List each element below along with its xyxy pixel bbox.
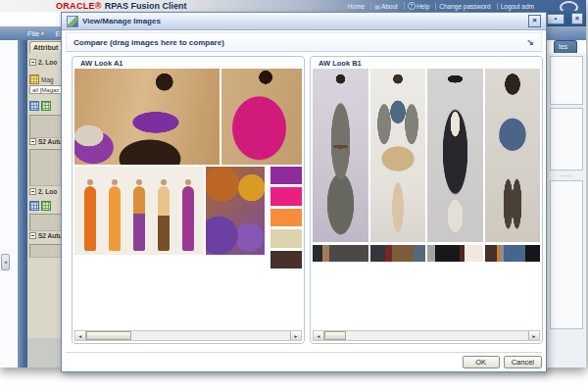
cancel-button[interactable]: Cancel [504, 356, 542, 368]
scroll-right-icon: ▸ [295, 333, 298, 339]
background-box [550, 108, 583, 171]
dialog-footer: OK Cancel [66, 352, 542, 368]
palette-segment [465, 245, 482, 262]
palette-segment [414, 245, 425, 262]
scroll-left-button[interactable]: ◂ [75, 331, 86, 340]
scrollbar-track[interactable] [324, 331, 528, 340]
workbook-close-button[interactable]: × [571, 13, 583, 24]
menu-arrow-icon: ▾ [41, 30, 44, 36]
look-panel-a1[interactable]: AW Look A1 [72, 56, 305, 344]
sidebar-measure-row: Mag [29, 74, 54, 84]
grip-dots [561, 174, 572, 177]
look-label: AW Look B1 [318, 59, 362, 68]
close-icon: × [575, 14, 579, 23]
left-splitter-rail: ◄ [0, 40, 19, 368]
palette-segment [435, 245, 460, 262]
chart-view-icon[interactable] [41, 201, 51, 211]
sidebar-toolbar [29, 101, 51, 111]
oracle-wordmark: ORACLE® [56, 1, 102, 11]
scroll-right-button[interactable]: ▸ [290, 331, 301, 340]
palette-swatch [270, 187, 302, 205]
help-icon: ? [408, 2, 416, 10]
nav-help[interactable]: ? Help [404, 2, 432, 10]
menu-file[interactable]: File ▾ [27, 29, 44, 38]
scroll-right-button[interactable]: ▸ [528, 331, 539, 340]
look-image[interactable] [485, 69, 541, 242]
collapse-box-icon[interactable] [29, 59, 36, 66]
color-palette-column [270, 167, 302, 269]
dialog-title: View/Manage Images [82, 17, 161, 25]
palette-strip [313, 245, 368, 262]
nav-logout[interactable]: Logout adm [497, 3, 537, 10]
collapse-corner-icon[interactable]: ↘ [526, 38, 534, 47]
ok-button[interactable]: OK [463, 356, 500, 368]
dialog-title-bar[interactable]: View/Manage Images × [62, 13, 546, 30]
look-image[interactable] [313, 69, 368, 242]
product-name: RPAS Fusion Client [105, 1, 187, 11]
dialog-close-button[interactable]: × [528, 15, 541, 27]
model-figure [158, 186, 170, 251]
palette-segment [504, 245, 524, 262]
palette-segment [385, 245, 392, 262]
model-figure [182, 186, 194, 251]
horizontal-scrollbar[interactable]: ◂ ▸ [74, 330, 302, 341]
look-image[interactable] [74, 69, 220, 165]
look-image[interactable] [370, 69, 426, 242]
palette-segment [485, 245, 497, 262]
view-manage-images-dialog: View/Manage Images × Compare (drag image… [61, 12, 547, 372]
chart-view-icon[interactable] [41, 101, 51, 111]
model-figure [133, 186, 145, 251]
scrollbar-track[interactable] [86, 331, 290, 340]
sidebar-section-autumn-1[interactable]: S2 Autu [29, 138, 62, 145]
palette-strip [485, 245, 541, 262]
nav-change-password[interactable]: Change password [435, 3, 493, 10]
background-box [550, 56, 583, 105]
screen: ORACLE® RPAS Fusion Client ⌂ Home ▤ Abou… [0, 0, 588, 392]
sidebar-panel [29, 214, 63, 231]
palette-swatch [270, 209, 302, 226]
model-figure [84, 186, 96, 251]
collapse-box-icon[interactable] [29, 188, 36, 195]
look-image[interactable] [74, 167, 204, 255]
palette-swatch [270, 251, 302, 269]
scrollbar-thumb[interactable] [324, 331, 346, 340]
palette-swatch [270, 167, 302, 184]
right-side-tab[interactable]: tes [554, 40, 577, 53]
background-box [550, 180, 583, 329]
home-icon: ⌂ [343, 3, 347, 10]
horizontal-scrollbar[interactable]: ◂ ▸ [313, 330, 540, 341]
sidebar-panel [29, 149, 63, 186]
sidebar-section-look-2[interactable]: 2. Loo [29, 188, 57, 195]
scrollbar-thumb[interactable] [86, 331, 131, 340]
look-image[interactable] [206, 167, 265, 255]
scroll-left-button[interactable]: ◂ [314, 331, 324, 340]
compare-title: Compare (drag images here to compare) [74, 38, 224, 47]
palette-segment [322, 245, 329, 262]
sidebar-section-look-1[interactable]: 2. Loo [29, 59, 57, 66]
collapse-box-icon[interactable] [29, 232, 36, 239]
sidebar-footer [27, 338, 63, 368]
look-panel-b1[interactable]: AW Look B1 ◂ [310, 56, 543, 344]
nav-about[interactable]: ▤ About [370, 3, 401, 10]
tab-attributes[interactable]: Attribut [29, 41, 63, 53]
up-icon: ▲ [554, 16, 558, 21]
workbook-collapse-button[interactable]: ▲ [547, 14, 564, 24]
splitter-handle[interactable]: ◄ [1, 254, 10, 270]
palette-strips-row [313, 245, 540, 262]
scroll-right-icon: ▸ [533, 333, 536, 339]
left-sidebar: Attribut 2. Loo Mag all [Magaz S2 Autu [27, 40, 63, 338]
palette-strip [427, 245, 483, 262]
sidebar-panel [29, 244, 63, 258]
images-icon [67, 16, 78, 27]
sidebar-filter-dropdown[interactable]: all [Magaz [29, 85, 63, 94]
look-image[interactable] [427, 69, 483, 242]
measure-grid-icon[interactable] [29, 74, 39, 84]
collapse-box-icon[interactable] [29, 138, 36, 145]
palette-strip [370, 245, 426, 262]
splitter-arrow-icon: ◄ [3, 260, 7, 265]
pivot-view-icon[interactable] [29, 201, 39, 211]
pivot-view-icon[interactable] [29, 101, 39, 111]
look-image[interactable] [221, 69, 302, 165]
nav-home[interactable]: ⌂ Home [340, 3, 368, 10]
sidebar-section-autumn-2[interactable]: S2 Autu [29, 232, 62, 239]
